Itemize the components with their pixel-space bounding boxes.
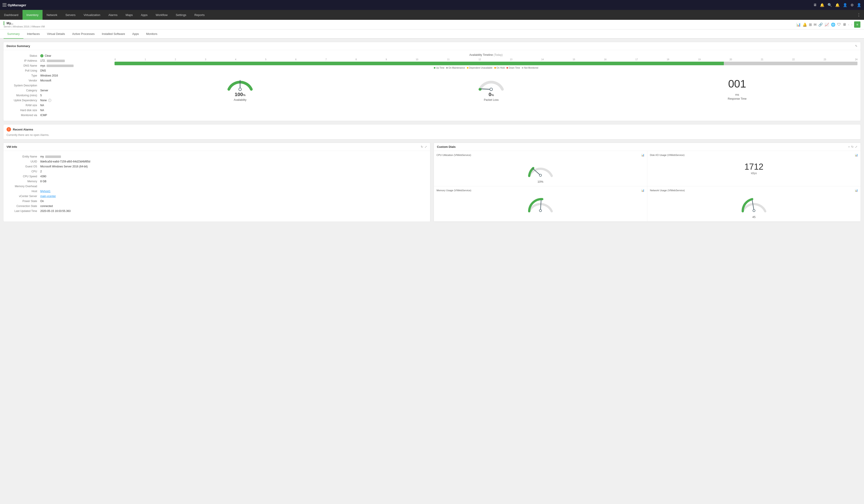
- vm-info-title: VM Info: [7, 145, 17, 148]
- tab-active-processes[interactable]: Active Processes: [69, 29, 98, 39]
- power-state-value: On: [40, 200, 44, 203]
- response-time-label: Response Time: [728, 97, 746, 100]
- navbar-item-reports[interactable]: Reports: [190, 10, 209, 20]
- custom-dials-header: Custom Dials + ↻ ⤢: [434, 143, 861, 151]
- navbar-more-icon[interactable]: ⋮: [854, 12, 864, 17]
- info-row-cpu: CPU 2: [3, 169, 430, 174]
- display-icon[interactable]: 🖥: [843, 23, 846, 26]
- shield-icon[interactable]: 🛡: [837, 23, 841, 26]
- navbar-item-alarms[interactable]: Alarms: [104, 10, 121, 20]
- add-icon[interactable]: +: [848, 145, 850, 148]
- back-icon[interactable]: ‹: [848, 23, 849, 26]
- navbar-item-servers[interactable]: Servers: [61, 10, 80, 20]
- info-row-power-state: Power State On: [3, 199, 430, 204]
- cpu-value: 2: [40, 170, 42, 173]
- alarm-empty-message: Currently there are no open Alarms.: [7, 133, 857, 136]
- dial-disk-chart-icon[interactable]: 📊: [855, 154, 858, 157]
- expand-icon[interactable]: ⤢: [424, 145, 427, 148]
- tab-monitors[interactable]: Monitors: [142, 29, 161, 39]
- navbar-item-apps[interactable]: Apps: [137, 10, 152, 20]
- navbar-item-workflow[interactable]: Workflow: [152, 10, 172, 20]
- svg-line-6: [540, 200, 541, 211]
- navbar-item-virtualization[interactable]: Virtualization: [80, 10, 104, 20]
- memory-value: 8 GB: [40, 180, 46, 183]
- gear-icon[interactable]: ⚙: [851, 3, 854, 7]
- info-row-dns: DNS Name mys: [3, 63, 111, 68]
- custom-dials-header-icons: + ↻ ⤢: [848, 145, 857, 148]
- monitored-label: Monitored via: [7, 113, 40, 117]
- graph-icon[interactable]: 📈: [825, 23, 829, 27]
- dial-memory-gauge: [436, 194, 645, 215]
- ram-value: NA: [40, 104, 44, 107]
- app-name: OpManager: [8, 3, 26, 7]
- type-value: Windows 2016: [40, 74, 58, 77]
- legend-dependent: Dependent Unavailable: [467, 67, 493, 69]
- vm-info-card: VM Info ↻ ⤢ Entity Name my UUID 8de6ca5d…: [3, 143, 430, 222]
- hdd-label: Hard disk size: [7, 109, 40, 112]
- template-icon[interactable]: ⊞: [809, 23, 812, 27]
- guest-os-value: Microsoft Windows Server 2016 (64-bit): [40, 165, 88, 168]
- legend-dot-maintenance: [446, 67, 448, 69]
- bell-icon[interactable]: 🔔: [820, 3, 824, 7]
- expand-dials-icon[interactable]: ⤢: [855, 145, 857, 148]
- info-row-status: Status ✓ Clear: [3, 53, 111, 58]
- dial-memory: Memory Usage (VIWebService) 📊: [434, 186, 647, 221]
- chart-icon[interactable]: 📊: [796, 23, 801, 27]
- gauge-response-time: 001 ms Response Time: [728, 75, 746, 100]
- status-label: Status: [7, 54, 40, 57]
- info-row-ram: RAM size NA: [3, 103, 111, 108]
- refresh-dials-icon[interactable]: ↻: [851, 145, 854, 148]
- custom-dials-card: Custom Dials + ↻ ⤢ CPU Utilization (VIWe…: [434, 143, 861, 222]
- info-row-poll: Poll Using DNS: [3, 68, 111, 73]
- refresh-icon[interactable]: ↻: [421, 145, 423, 148]
- alarm-header-row: ! Recent Alarms: [7, 127, 857, 132]
- dial-disk: Disk I/O Usage (VIWebService) 📊 1712 kBp…: [647, 151, 861, 186]
- globe-icon[interactable]: 🌐: [831, 23, 836, 27]
- breadcrumb-actions: 📊 🔔 ⊞ ✉ 🔗 📈 🌐 🛡 🖥 ‹ › ≡: [796, 21, 861, 28]
- search-icon[interactable]: 🔍: [828, 3, 832, 7]
- svg-point-7: [539, 209, 542, 212]
- legend-uptime: Up Time: [434, 67, 444, 69]
- forward-icon[interactable]: ›: [851, 23, 852, 26]
- navbar-item-network[interactable]: Network: [43, 10, 61, 20]
- vm-info-header-icons: ↻ ⤢: [421, 145, 427, 148]
- expand-button[interactable]: ≡: [854, 21, 861, 28]
- alarm-bell-icon[interactable]: 🔔: [835, 3, 840, 7]
- email-icon[interactable]: ✉: [814, 23, 817, 27]
- dial-memory-chart-icon[interactable]: 📊: [641, 189, 645, 192]
- tab-virtual-details[interactable]: Virtual Details: [44, 29, 69, 39]
- legend-dot-dependent: [467, 67, 468, 69]
- dial-cpu-chart-icon[interactable]: 📊: [641, 154, 645, 157]
- link-icon[interactable]: 🔗: [818, 23, 823, 27]
- dial-network-chart-icon[interactable]: 📊: [855, 189, 858, 192]
- edit-icon[interactable]: ✎: [855, 44, 857, 48]
- tab-apps[interactable]: Apps: [129, 29, 143, 39]
- user-icon[interactable]: 👤: [843, 3, 847, 7]
- poll-value: DNS: [40, 69, 46, 72]
- tab-summary[interactable]: Summary: [3, 29, 23, 39]
- navbar-item-settings[interactable]: Settings: [172, 10, 190, 20]
- tab-installed-software[interactable]: Installed Software: [98, 29, 129, 39]
- dial-memory-title: Memory Usage (VIWebService) 📊: [436, 189, 645, 192]
- dial-cpu-gauge: [436, 158, 645, 180]
- uplink-value: None ?: [40, 99, 51, 102]
- vcenter-value[interactable]: main-vcenter: [40, 195, 56, 198]
- navbar-item-dashboard[interactable]: Dashboard: [0, 10, 23, 20]
- navbar-item-maps[interactable]: Maps: [121, 10, 137, 20]
- info-row-vcenter: vCenter Server main-vcenter: [3, 194, 430, 199]
- ram-label: RAM size: [7, 104, 40, 107]
- help-icon[interactable]: ?: [48, 99, 51, 102]
- info-row-sysdesc: System Description: [3, 83, 111, 88]
- host-value[interactable]: Myhost1: [40, 190, 50, 193]
- info-row-uuid: UUID 8de6ca5d-ea6d-7159-afb5-64d23d4bf85…: [3, 159, 430, 164]
- avatar-icon[interactable]: 👤: [857, 3, 861, 7]
- navbar: Dashboard Inventory Network Servers Virt…: [0, 10, 864, 20]
- vm-info-header: VM Info ↻ ⤢: [3, 143, 430, 151]
- monitor-icon[interactable]: 🖥: [813, 3, 817, 7]
- cpu-gauge-svg: [527, 160, 554, 178]
- tab-interfaces[interactable]: Interfaces: [23, 29, 44, 39]
- navbar-item-inventory[interactable]: Inventory: [23, 10, 43, 20]
- gauge-availability-label: Availability: [226, 98, 255, 101]
- svg-point-1: [239, 88, 241, 91]
- alert-config-icon[interactable]: 🔔: [803, 23, 807, 27]
